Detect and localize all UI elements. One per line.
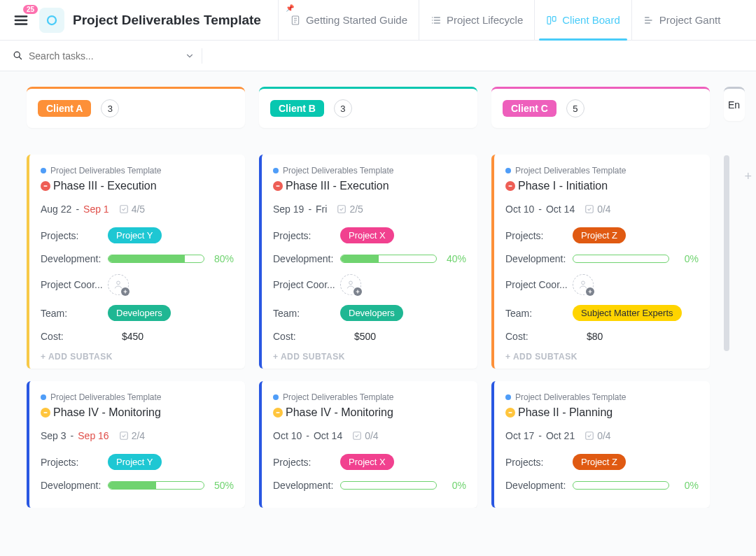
field-projects: Projects:Project Y	[41, 454, 234, 470]
project-pill[interactable]: Project Y	[108, 227, 162, 243]
date-start: Oct 10	[505, 204, 534, 215]
svg-rect-13	[276, 412, 280, 413]
field-team: Team:Subject Matter Experts	[505, 305, 699, 321]
priority-icon	[41, 181, 50, 191]
dot-icon	[273, 394, 279, 400]
field-cost: Cost:$500	[273, 331, 466, 342]
add-subtask-button[interactable]: + ADD SUBTASK	[505, 352, 699, 362]
column-header[interactable]: En	[724, 87, 745, 121]
date-row: Oct 17- Oct 21 0/4	[505, 430, 699, 441]
progress: 50%	[108, 480, 234, 491]
column-header[interactable]: Client C 5	[491, 87, 710, 128]
space-icon[interactable]	[39, 8, 64, 33]
tab-project-lifecycle[interactable]: Project Lifecycle	[419, 0, 534, 40]
add-subtask-button[interactable]: + ADD SUBTASK	[41, 352, 234, 362]
priority-icon	[41, 408, 50, 418]
team-pill[interactable]: Developers	[108, 305, 171, 321]
team-pill[interactable]: Subject Matter Experts	[573, 305, 682, 321]
team-pill[interactable]: Developers	[340, 305, 403, 321]
svg-rect-8	[44, 412, 48, 413]
date-end: Sep 1	[83, 204, 109, 215]
svg-rect-6	[120, 206, 127, 213]
dot-icon	[505, 394, 511, 400]
project-pill[interactable]: Project Z	[573, 454, 626, 470]
add-column-icon[interactable]: +	[744, 169, 752, 184]
scrollbar-thumb[interactable]	[724, 155, 729, 351]
priority-icon	[273, 408, 283, 418]
board-icon	[546, 15, 557, 26]
field-development: Development:50%	[41, 480, 234, 491]
tab-client-board[interactable]: Client Board	[534, 0, 631, 40]
search-wrap[interactable]	[13, 50, 195, 62]
task-card[interactable]: Project Deliverables Template Phase III …	[27, 155, 245, 369]
date-end: Sep 16	[78, 430, 108, 441]
column-client-a: Client A 3 Project Deliverables Template…	[27, 87, 245, 508]
svg-rect-18	[509, 412, 512, 413]
priority-icon	[273, 181, 283, 191]
priority-icon	[505, 181, 515, 191]
date-end: Oct 21	[546, 430, 575, 441]
progress: 0%	[573, 480, 699, 491]
subtask-count: 0/4	[352, 430, 378, 441]
field-team: Team:Developers	[273, 305, 466, 321]
column-header[interactable]: Client A 3	[27, 87, 245, 128]
field-development: Development:0%	[505, 480, 699, 491]
card-title-row: Phase IV - Monitoring	[273, 406, 466, 419]
pin-icon: 📌	[286, 4, 294, 12]
priority-icon	[505, 408, 515, 418]
card-template: Project Deliverables Template	[41, 166, 234, 176]
assignee-add[interactable]	[573, 274, 594, 295]
subtask-count: 0/4	[584, 430, 610, 441]
column-count: 5	[566, 99, 584, 117]
template-label: Project Deliverables Template	[50, 392, 162, 402]
card-template: Project Deliverables Template	[505, 166, 699, 176]
task-card[interactable]: Project Deliverables Template Phase III …	[259, 155, 477, 369]
task-card[interactable]: Project Deliverables Template Phase I - …	[491, 155, 710, 369]
project-pill[interactable]: Project Y	[108, 454, 162, 470]
add-subtask-button[interactable]: + ADD SUBTASK	[273, 352, 466, 362]
project-pill[interactable]: Project X	[340, 227, 394, 243]
field-projects: Projects:Project X	[273, 454, 466, 470]
svg-rect-10	[276, 185, 280, 187]
dot-icon	[505, 168, 511, 173]
column-header[interactable]: Client B 3	[259, 87, 477, 128]
task-card[interactable]: Project Deliverables Template Phase IV -…	[259, 381, 477, 508]
date-row: Sep 19- Fri 2/5	[273, 204, 466, 215]
card-list: Project Deliverables Template Phase III …	[259, 155, 477, 508]
search-icon	[13, 50, 23, 61]
field-coordinator: Project Coor...	[505, 274, 699, 295]
svg-rect-3	[553, 16, 556, 21]
assignee-add[interactable]	[340, 274, 361, 295]
assignee-add[interactable]	[108, 274, 129, 295]
dot-icon	[41, 168, 46, 173]
svg-rect-2	[547, 16, 551, 24]
tab-getting-started[interactable]: 📌 Getting Started Guide	[278, 0, 419, 40]
column-badge: Client C	[503, 100, 556, 117]
svg-point-7	[117, 281, 120, 285]
date-start: Sep 19	[273, 204, 304, 215]
date-end: Fri	[316, 204, 327, 215]
task-card[interactable]: Project Deliverables Template Phase II -…	[491, 381, 710, 508]
search-input[interactable]	[29, 50, 185, 62]
gantt-icon	[643, 15, 654, 26]
subtask-count: 2/4	[119, 430, 145, 441]
card-title-row: Phase IV - Monitoring	[41, 406, 234, 419]
board: Client A 3 Project Deliverables Template…	[0, 71, 756, 508]
card-template: Project Deliverables Template	[41, 392, 234, 402]
search-row	[0, 41, 756, 71]
dot-icon	[41, 394, 46, 400]
card-title-row: Phase III - Execution	[273, 180, 466, 192]
page-title: Project Deliverables Template	[73, 13, 261, 28]
project-pill[interactable]: Project Z	[573, 227, 626, 243]
date-end: Oct 14	[546, 204, 575, 215]
list-icon	[430, 15, 442, 26]
field-cost: Cost:$450	[41, 331, 234, 342]
project-pill[interactable]: Project X	[340, 454, 394, 470]
svg-rect-14	[354, 432, 361, 440]
chevron-down-icon[interactable]	[185, 51, 195, 61]
task-card[interactable]: Project Deliverables Template Phase IV -…	[27, 381, 245, 508]
tab-project-gantt[interactable]: Project Gantt	[631, 0, 732, 40]
column-count: 3	[101, 99, 119, 117]
template-label: Project Deliverables Template	[283, 166, 394, 176]
menu-button[interactable]: 25	[8, 8, 34, 33]
